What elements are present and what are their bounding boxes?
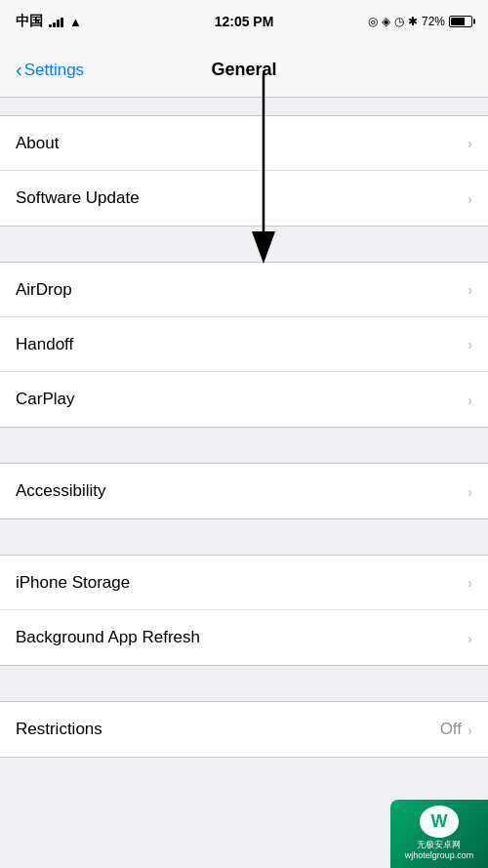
bluetooth-icon: ✱ (408, 15, 418, 28)
status-bar: 中国 ▲ 12:05 PM ◎ ◈ ◷ ✱ 72% (0, 0, 488, 43)
carplay-label: CarPlay (16, 390, 74, 409)
iphone-storage-row[interactable]: iPhone Storage › (0, 556, 488, 610)
carplay-chevron-icon: › (468, 392, 472, 408)
section-about: About › Software Update › (0, 115, 488, 227)
accessibility-label: Accessibility (16, 481, 106, 501)
watermark-logo: W (420, 806, 459, 838)
spacer-3 (0, 428, 488, 463)
background-app-refresh-chevron-icon: › (468, 630, 472, 646)
alarm-icon: ◷ (394, 15, 404, 28)
status-left: 中国 ▲ (16, 13, 82, 30)
airdrop-row[interactable]: AirDrop › (0, 263, 488, 317)
restrictions-row[interactable]: Restrictions Off › (0, 702, 488, 757)
back-chevron-icon: ‹ (16, 60, 22, 79)
about-row[interactable]: About › (0, 116, 488, 171)
accessibility-row[interactable]: Accessibility › (0, 464, 488, 518)
software-update-label: Software Update (16, 188, 140, 208)
handoff-chevron-icon: › (468, 336, 472, 352)
battery-percent-text: 72% (422, 15, 445, 28)
signal-icon (49, 16, 63, 27)
restrictions-chevron-icon: › (468, 722, 472, 738)
settings-content: About › Software Update › AirDrop › (0, 98, 488, 758)
iphone-storage-chevron-icon: › (468, 574, 472, 591)
wifi-icon: ▲ (69, 15, 82, 29)
airdrop-label: AirDrop (16, 280, 72, 300)
section-storage: iPhone Storage › Background App Refresh … (0, 555, 488, 666)
status-right: ◎ ◈ ◷ ✱ 72% (368, 15, 472, 28)
spacer-5 (0, 666, 488, 701)
spacer-top (0, 98, 488, 115)
nav-bar: ‹ Settings General (0, 43, 488, 98)
location-icon: ◎ (368, 15, 378, 28)
spacer-4 (0, 519, 488, 555)
section-accessibility: Accessibility › (0, 463, 488, 519)
about-label: About (16, 134, 59, 153)
software-update-row[interactable]: Software Update › (0, 171, 488, 226)
back-button[interactable]: ‹ Settings (8, 53, 92, 88)
status-time: 12:05 PM (215, 14, 274, 29)
software-update-chevron-icon: › (468, 190, 472, 207)
watermark-text: 无极安卓网 wjhotelgroup.com (405, 840, 474, 862)
carrier-text: 中国 (16, 13, 43, 30)
section-connectivity: AirDrop › Handoff › CarPlay › (0, 262, 488, 428)
about-chevron-icon: › (468, 135, 472, 151)
compass-icon: ◈ (382, 15, 390, 28)
spacer-2 (0, 227, 488, 262)
restrictions-value: Off (440, 720, 462, 739)
carplay-row[interactable]: CarPlay › (0, 372, 488, 427)
handoff-row[interactable]: Handoff › (0, 317, 488, 372)
section-restrictions: Restrictions Off › (0, 701, 488, 758)
back-label: Settings (24, 61, 84, 80)
iphone-storage-label: iPhone Storage (16, 573, 130, 593)
accessibility-chevron-icon: › (468, 483, 472, 500)
airdrop-chevron-icon: › (468, 281, 472, 298)
restrictions-label: Restrictions (16, 720, 102, 739)
battery-icon (449, 16, 472, 27)
watermark: W 无极安卓网 wjhotelgroup.com (390, 800, 488, 868)
page-title: General (211, 60, 276, 80)
handoff-label: Handoff (16, 335, 73, 354)
background-app-refresh-row[interactable]: Background App Refresh › (0, 610, 488, 665)
background-app-refresh-label: Background App Refresh (16, 628, 200, 647)
